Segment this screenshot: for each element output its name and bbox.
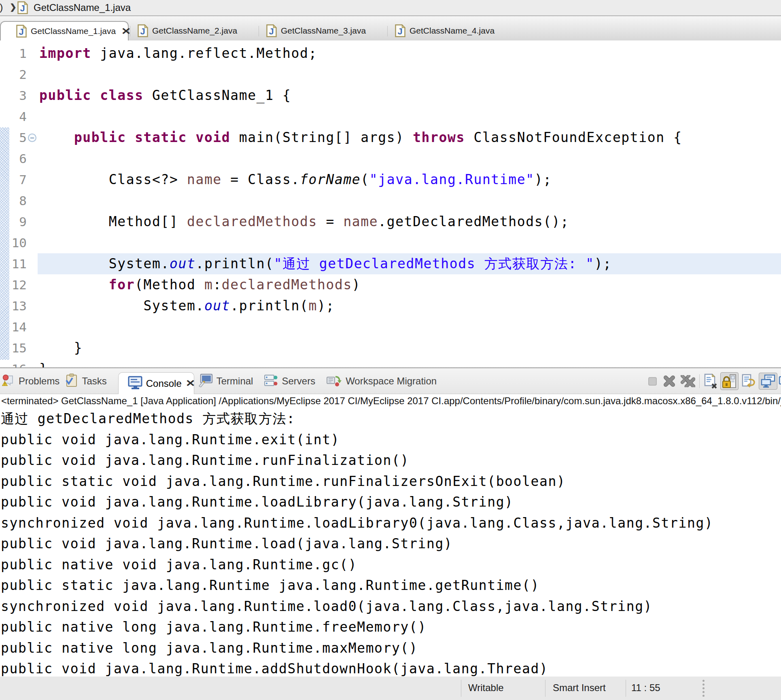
cursor-position-status: 11 : 55 — [631, 682, 660, 694]
stop-button[interactable] — [648, 377, 657, 386]
view-tab-servers[interactable]: Servers — [263, 373, 315, 389]
insert-mode-status: Smart Insert — [553, 682, 606, 694]
word-wrap-button[interactable] — [742, 374, 755, 388]
editor-tab-label: GetClassName_2.java — [152, 26, 237, 36]
tab-separator — [387, 26, 388, 36]
line-number: 2 — [0, 64, 27, 85]
java-file-icon: J — [17, 1, 28, 14]
view-tab-terminal[interactable]: Terminal — [198, 373, 253, 389]
code-line-7: 7 Class<?> name = Class.forName("java.la… — [0, 169, 781, 190]
code-line-6: 6 — [0, 148, 781, 169]
line-number: 5 — [0, 127, 27, 148]
console-output-line: public void java.lang.Runtime.addShutdow… — [1, 658, 781, 677]
scroll-lock-button[interactable] — [720, 372, 739, 390]
problems-icon: ! — [1, 373, 15, 389]
code-text: for(Method m:declaredMethods) — [39, 274, 361, 295]
word-wrap-icon — [742, 374, 755, 388]
view-tab-label: Problems — [19, 375, 59, 387]
remove-x-icon — [664, 375, 675, 387]
clear-console-button[interactable] — [704, 373, 719, 389]
remove-all-terminated-button[interactable] — [681, 375, 695, 387]
code-text: import java.lang.reflect.Method; — [39, 43, 317, 64]
code-text: public class GetClassName_1 { — [39, 85, 291, 106]
console-output-line: public void java.lang.Runtime.runFinaliz… — [1, 450, 781, 471]
svg-text:J: J — [19, 27, 23, 37]
code-text: } — [39, 358, 48, 367]
line-number: 16 — [0, 358, 27, 367]
fold-collapse-icon[interactable] — [28, 134, 36, 142]
line-number: 1 — [0, 43, 27, 64]
console-output[interactable]: 通过 getDeclaredMethods 方式获取方法: public voi… — [0, 408, 781, 677]
ide-window: e) ❯ J GetClassName_1.java JGetClassName… — [0, 0, 781, 700]
svg-text:J: J — [269, 26, 274, 36]
editor-tab-label: GetClassName_1.java — [31, 26, 116, 36]
console-view-header: !ProblemsTasksConsole✕TerminalServersWor… — [0, 368, 781, 394]
close-view-icon[interactable]: ✕ — [185, 378, 195, 389]
view-tab-problems[interactable]: !Problems — [1, 373, 59, 389]
view-tab-workspace-migration[interactable]: Workspace Migration — [326, 373, 437, 389]
line-number: 11 — [0, 253, 27, 274]
line-number: 10 — [0, 232, 27, 253]
breadcrumb: e) ❯ J GetClassName_1.java — [0, 0, 781, 15]
remove-all-x-icon — [681, 375, 695, 387]
console-output-line: synchronized void java.lang.Runtime.load… — [1, 596, 781, 617]
view-tab-label: Console — [146, 378, 182, 389]
status-bar: Writable Smart Insert 11 : 55 — [0, 677, 781, 700]
view-tab-label: Servers — [282, 375, 315, 387]
view-tab-tasks[interactable]: Tasks — [65, 373, 106, 389]
close-tab-icon[interactable]: ✕ — [121, 26, 131, 37]
code-editor[interactable]: 1import java.lang.reflect.Method;23publi… — [0, 40, 781, 367]
view-tab-label: Workspace Migration — [346, 375, 437, 387]
editor-tab-bar: JGetClassName_1.java✕JGetClassName_2.jav… — [0, 16, 781, 40]
pin-console-button[interactable] — [759, 373, 777, 390]
console-toolbar — [648, 368, 781, 394]
java-file-icon: J — [266, 24, 277, 37]
line-number: 9 — [0, 211, 27, 232]
view-tab-label: Tasks — [82, 375, 106, 387]
code-line-5: 5 public static void main(String[] args)… — [0, 127, 781, 148]
code-line-10: 10 — [0, 232, 781, 253]
chevron-right-icon: ❯ — [10, 2, 17, 12]
code-text: Class<?> name = Class.forName("java.lang… — [39, 169, 552, 190]
editor-tab-GetClassName_2.java[interactable]: JGetClassName_2.java — [130, 21, 259, 40]
editor-tab-GetClassName_3.java[interactable]: JGetClassName_3.java — [259, 21, 388, 40]
workspace-migration-icon — [326, 373, 342, 389]
stop-icon — [648, 377, 657, 386]
line-number: 14 — [0, 316, 27, 337]
line-number: 7 — [0, 169, 27, 190]
scroll-lock-icon — [722, 374, 736, 388]
console-output-line: public static java.lang.Runtime java.lan… — [1, 575, 781, 596]
code-text: Method[] declaredMethods = name.getDecla… — [39, 211, 569, 232]
editor-tab-label: GetClassName_3.java — [281, 26, 366, 36]
pin-console-icon — [761, 374, 775, 388]
breadcrumb-file-name[interactable]: GetClassName_1.java — [34, 2, 131, 13]
line-number: 3 — [0, 85, 27, 106]
statusbar-separator — [461, 680, 461, 697]
java-file-icon: J — [138, 24, 148, 37]
statusbar-separator — [545, 680, 545, 697]
code-line-1: 1import java.lang.reflect.Method; — [0, 43, 781, 64]
svg-text:J: J — [397, 26, 402, 36]
terminal-icon — [198, 373, 213, 389]
code-text: } — [39, 337, 83, 358]
remove-launch-button[interactable] — [664, 375, 675, 387]
code-line-2: 2 — [0, 64, 781, 85]
editor-tab-label: GetClassName_4.java — [410, 26, 494, 36]
code-text: System.out.println(m); — [39, 295, 335, 316]
tab-separator — [259, 26, 259, 36]
svg-text:!: ! — [4, 382, 6, 386]
line-number: 4 — [0, 106, 27, 127]
view-tab-console[interactable]: Console✕ — [118, 372, 194, 394]
code-line-8: 8 — [0, 190, 781, 211]
breadcrumb-clipped-text: e) — [0, 2, 3, 13]
code-line-9: 9 Method[] declaredMethods = name.getDec… — [0, 211, 781, 232]
console-output-line: 通过 getDeclaredMethods 方式获取方法: — [1, 408, 781, 429]
svg-text:J: J — [140, 26, 145, 36]
editor-tab-GetClassName_4.java[interactable]: JGetClassName_4.java — [388, 21, 516, 40]
editor-tab-GetClassName_1.java[interactable]: JGetClassName_1.java✕ — [0, 21, 129, 40]
console-output-line: synchronized void java.lang.Runtime.load… — [1, 513, 781, 534]
open-console-button[interactable] — [779, 374, 781, 388]
console-output-line: public native void java.lang.Runtime.gc(… — [1, 554, 781, 575]
java-file-icon: J — [395, 24, 405, 37]
code-line-11: 11 System.out.println("通过 getDeclaredMet… — [0, 253, 781, 274]
